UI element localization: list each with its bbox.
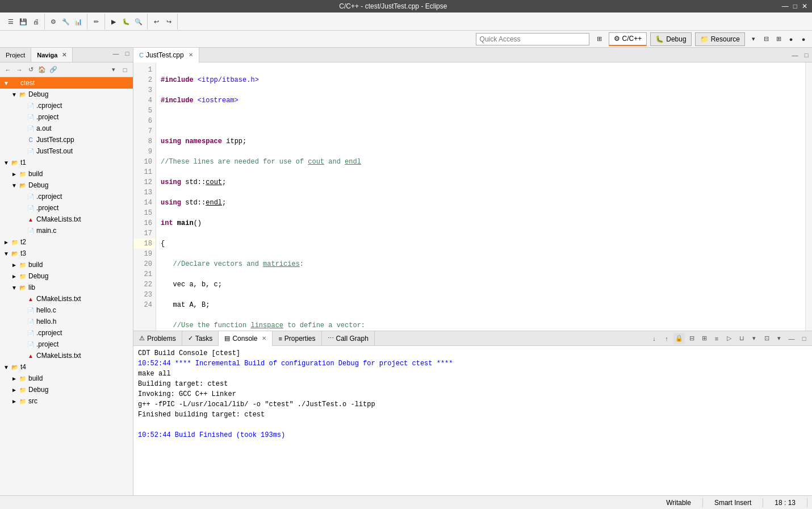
perspective-layout-btn[interactable]: ⊟: [760, 33, 772, 45]
tree-item-cmakelists2[interactable]: ▲ CMakeLists.txt: [0, 293, 133, 304]
sidebar-forward-btn[interactable]: →: [14, 64, 25, 76]
console-btn1[interactable]: ⊟: [686, 333, 697, 344]
console-btn3[interactable]: ≡: [711, 333, 722, 344]
build-btn[interactable]: 🔧: [60, 15, 72, 28]
sidebar-tab-project[interactable]: Project: [0, 48, 31, 62]
forward-btn[interactable]: ↪: [162, 15, 175, 28]
console-btn5[interactable]: ⊔: [736, 333, 747, 344]
console-tab-problems[interactable]: ⚠ Problems: [133, 331, 182, 346]
sidebar-refresh-btn[interactable]: ↺: [25, 64, 36, 76]
edit-btn[interactable]: ✏: [90, 15, 102, 28]
perspective-grid-btn[interactable]: ⊞: [772, 33, 785, 45]
console-tab-console[interactable]: ▤ Console ✕: [219, 331, 273, 346]
perspective-debug[interactable]: 🐛 Debug: [650, 32, 691, 46]
perspective-list-btn[interactable]: ▾: [747, 33, 760, 45]
tree-item-debug2[interactable]: ▼ 📂 Debug: [0, 180, 133, 191]
tree-item-ctest[interactable]: ▼ ◆ ctest: [0, 77, 133, 89]
sidebar-settings-btn[interactable]: ▾: [108, 64, 119, 76]
tree-item-project2[interactable]: 📄 .project: [0, 202, 133, 214]
sidebar-tab-naviga[interactable]: Naviga ✕: [31, 48, 73, 62]
linenum-24: 24: [133, 300, 156, 310]
tree-item-project1[interactable]: 📄 .project: [0, 111, 133, 123]
folder-icon-build3: 📁: [18, 374, 27, 383]
console-lock-btn[interactable]: 🔒: [673, 333, 685, 344]
tree-item-src2[interactable]: ► 📁 src: [0, 395, 133, 407]
tree-item-build3[interactable]: ► 📁 build: [0, 373, 133, 384]
tree-item-cproject3[interactable]: 📄 .cproject: [0, 327, 133, 339]
close-btn[interactable]: ✕: [802, 2, 807, 10]
tree-item-debug4[interactable]: ► 📁 Debug: [0, 384, 133, 395]
minimize-btn[interactable]: —: [782, 2, 789, 10]
tree-item-cmakelists1[interactable]: ▲ CMakeLists.txt: [0, 214, 133, 225]
console-tab-properties[interactable]: ≡ Properties: [273, 331, 321, 346]
open-perspective-btn[interactable]: ⊞: [594, 33, 605, 45]
save-btn[interactable]: 💾: [17, 15, 30, 28]
sidebar-minimize-btn[interactable]: —: [110, 48, 122, 59]
tree-item-build2[interactable]: ► 📁 build: [0, 259, 133, 270]
console-btn6[interactable]: ▾: [748, 333, 760, 344]
tree-item-aout[interactable]: 📄 a.out: [0, 123, 133, 134]
tree-item-debug1[interactable]: ▼ 📂 Debug: [0, 89, 133, 100]
sidebar-collapse-btn[interactable]: □: [119, 64, 131, 76]
naviga-close-icon[interactable]: ✕: [62, 52, 66, 58]
back-btn[interactable]: ↩: [150, 15, 162, 28]
editor-scrollbar[interactable]: [805, 62, 812, 331]
console-btn7[interactable]: ⊡: [761, 333, 772, 344]
console-btn8[interactable]: ▾: [773, 333, 785, 344]
search-btn[interactable]: 🔍: [132, 15, 145, 28]
console-tab-close[interactable]: ✕: [262, 335, 266, 341]
new-btn[interactable]: ☰: [5, 15, 17, 28]
perspective-cpp[interactable]: ⚙ C/C++: [609, 32, 647, 46]
tree-item-justtest-o[interactable]: 📄 JustTest.out: [0, 145, 133, 157]
tree-item-t2[interactable]: ► 📁 t2: [0, 236, 133, 248]
tree-item-justtest-cpp[interactable]: C JustTest.cpp: [0, 134, 133, 145]
tree-item-t1[interactable]: ▼ 📂 t1: [0, 157, 133, 168]
code-editor[interactable]: #include <itpp/itbase.h> #include <iostr…: [156, 62, 805, 331]
tree-item-lib[interactable]: ▼ 📂 lib: [0, 282, 133, 293]
perspective-dot2[interactable]: ●: [797, 33, 810, 45]
console-tab-tasks[interactable]: ✓ Tasks: [182, 331, 219, 346]
tree-item-cproject1[interactable]: 📄 .cproject: [0, 100, 133, 111]
quick-access-input[interactable]: [476, 33, 589, 45]
sidebar-maximize-btn[interactable]: □: [122, 48, 133, 59]
run-btn[interactable]: ▶: [107, 15, 120, 28]
editor-minimize-btn[interactable]: —: [789, 49, 801, 61]
tree-item-t3[interactable]: ▼ 📂 t3: [0, 248, 133, 259]
debug1-toggle[interactable]: ▼: [10, 91, 18, 98]
console-up-btn[interactable]: ↑: [661, 333, 672, 344]
perspective-dot1[interactable]: ●: [785, 33, 797, 45]
tree-item-main-c[interactable]: 📄 main.c: [0, 225, 133, 236]
print-btn[interactable]: 🖨: [30, 15, 42, 28]
sidebar-link-btn[interactable]: 🔗: [48, 64, 59, 76]
console-minimize-btn[interactable]: —: [786, 333, 797, 344]
ctest-toggle[interactable]: ▼: [2, 80, 10, 86]
tree-item-hello-c[interactable]: 📄 hello.c: [0, 304, 133, 316]
tree-item-hello-h[interactable]: 📄 hello.h: [0, 316, 133, 327]
properties-icon: ≡: [278, 335, 282, 342]
debug-btn[interactable]: 🐛: [120, 15, 132, 28]
tree-item-cmakelists3[interactable]: ▲ CMakeLists.txt: [0, 350, 133, 361]
tree-item-project3[interactable]: 📄 .project: [0, 339, 133, 350]
console-maximize-btn[interactable]: □: [798, 333, 810, 344]
file-icon-o: 📄: [26, 147, 35, 156]
settings-btn[interactable]: ⚙: [47, 15, 60, 28]
stats-btn[interactable]: 📊: [72, 15, 85, 28]
maximize-btn[interactable]: □: [793, 2, 797, 10]
editor-tab-justtest[interactable]: C JustTest.cpp ✕: [133, 48, 199, 62]
file-icon-project2: 📄: [26, 203, 35, 212]
tree-item-build1[interactable]: ► 📁 build: [0, 168, 133, 180]
linenum-4: 4: [133, 95, 156, 106]
console-down-btn[interactable]: ↓: [648, 333, 660, 344]
debug2-label: Debug: [28, 181, 48, 189]
perspective-resource[interactable]: 📁 Resource: [695, 32, 745, 46]
console-btn2[interactable]: ⊞: [698, 333, 710, 344]
sidebar-back-btn[interactable]: ←: [2, 64, 14, 76]
tree-item-t4[interactable]: ▼ 📂 t4: [0, 361, 133, 373]
editor-tab-close[interactable]: ✕: [189, 52, 193, 58]
editor-maximize-btn[interactable]: □: [801, 49, 812, 61]
sidebar-home-btn[interactable]: 🏠: [36, 64, 48, 76]
console-btn4[interactable]: ▷: [723, 333, 735, 344]
tree-item-debug3[interactable]: ► 📁 Debug: [0, 270, 133, 282]
tree-item-cproject2[interactable]: 📄 .cproject: [0, 191, 133, 202]
console-tab-callgraph[interactable]: ⋯ Call Graph: [322, 331, 375, 346]
